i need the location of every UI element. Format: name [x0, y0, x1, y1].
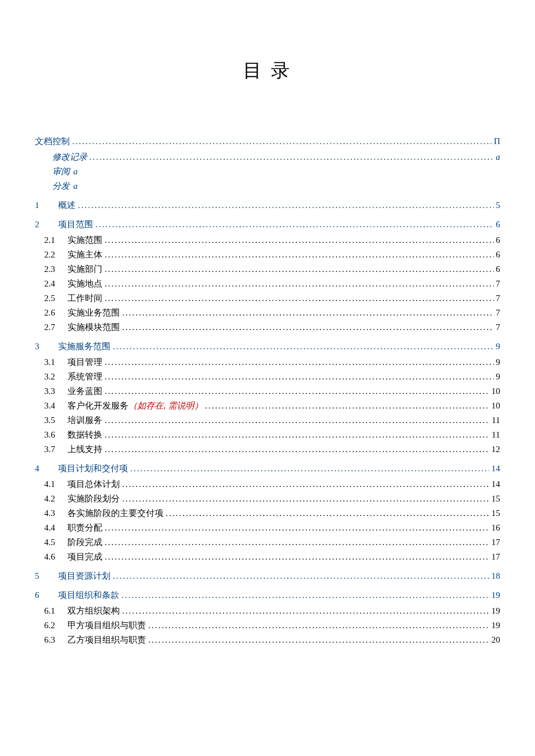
toc-page: a	[73, 167, 78, 177]
toc-entry[interactable]: 审阅a	[52, 166, 500, 177]
toc-leader-dots	[105, 264, 494, 274]
toc-entry[interactable]: 文档控制Π	[35, 136, 500, 147]
toc-leader-dots	[105, 279, 494, 289]
toc-label: 实施部门	[67, 264, 102, 275]
toc-label: 数据转换	[67, 429, 102, 440]
toc-label: 乙方项目组织与职责	[67, 635, 146, 646]
toc-leader-dots	[105, 523, 489, 533]
toc-leader-dots	[130, 464, 489, 474]
toc-label: 实施主体	[67, 249, 102, 260]
toc-entry[interactable]: 3.4客户化开发服务（如存在, 需说明）10	[44, 400, 500, 411]
toc-entry[interactable]: 3.1项目管理9	[44, 357, 500, 368]
toc-leader-dots	[105, 293, 494, 303]
toc-leader-dots	[113, 571, 489, 581]
toc-entry[interactable]: 3.7上线支持12	[44, 444, 500, 455]
toc-leader-dots	[122, 308, 494, 318]
toc-number: 4	[35, 464, 58, 474]
toc-label: 项目组织和条款	[58, 590, 119, 601]
toc-leader-dots	[105, 250, 494, 260]
toc-number: 6.1	[44, 606, 67, 616]
toc-entry[interactable]: 4.4职责分配16	[44, 522, 500, 533]
toc-label: 实施范围	[67, 235, 102, 246]
toc-label: 双方组织架构	[67, 605, 120, 617]
toc-entry[interactable]: 4.1项目总体计划14	[44, 479, 500, 490]
toc-entry[interactable]: 4.2实施阶段划分15	[44, 493, 500, 504]
toc-page: 5	[496, 200, 501, 210]
toc-page: 15	[491, 508, 500, 518]
toc-number: 2.3	[44, 264, 67, 274]
toc-page: 12	[491, 445, 500, 454]
toc-entry[interactable]: 2.3实施部门6	[44, 264, 500, 275]
toc-page: 7	[496, 308, 501, 318]
toc-leader-dots	[122, 590, 489, 600]
toc-leader-dots	[90, 152, 494, 162]
toc-entry[interactable]: 5项目资源计划18	[35, 571, 500, 582]
toc-entry[interactable]: 4项目计划和交付项14	[35, 463, 500, 474]
toc-entry[interactable]: 2.6实施业务范围7	[44, 307, 500, 318]
toc-label: 项目管理	[67, 357, 102, 368]
toc-entry[interactable]: 1概述5	[35, 200, 500, 211]
document-page: 目 录 文档控制Π修改记录a审阅a分发a1概述52项目范围62.1实施范围62.…	[0, 0, 535, 696]
toc-page: 20	[491, 635, 500, 645]
toc-page: 7	[496, 293, 501, 303]
toc-leader-dots	[105, 357, 494, 367]
toc-entry[interactable]: 6项目组织和条款19	[35, 590, 500, 601]
toc-label: 阶段完成	[67, 537, 102, 548]
toc-entry[interactable]: 2.4实施地点7	[44, 278, 500, 289]
toc-entry[interactable]: 4.3各实施阶段的主要交付项15	[44, 508, 500, 519]
toc-page: 18	[491, 571, 500, 581]
toc-entry[interactable]: 分发a	[52, 181, 500, 192]
toc-page: 6	[496, 220, 501, 230]
toc-entry[interactable]: 6.2甲方项目组织与职责19	[44, 620, 500, 631]
toc-page: 6	[496, 264, 501, 274]
toc-page: 14	[491, 464, 500, 474]
table-of-contents: 文档控制Π修改记录a审阅a分发a1概述52项目范围62.1实施范围62.2实施主…	[35, 136, 500, 646]
toc-entry[interactable]: 3.5培训服务11	[44, 415, 500, 426]
toc-entry[interactable]: 3.3业务蓝图10	[44, 386, 500, 397]
toc-entry[interactable]: 修改记录a	[52, 152, 500, 163]
toc-entry[interactable]: 2.5工作时间7	[44, 293, 500, 304]
toc-entry[interactable]: 6.1双方组织架构19	[44, 605, 500, 617]
toc-page: 19	[491, 590, 500, 600]
toc-entry[interactable]: 3.2系统管理9	[44, 371, 500, 382]
toc-number: 2.2	[44, 250, 67, 260]
toc-entry[interactable]: 3.6数据转换11	[44, 429, 500, 440]
toc-label: 实施模块范围	[67, 322, 120, 333]
toc-page: Π	[494, 137, 500, 146]
toc-leader-dots	[105, 372, 494, 382]
toc-entry[interactable]: 2.7实施模块范围7	[44, 322, 500, 333]
toc-label: 项目完成	[67, 551, 102, 562]
toc-label: 系统管理	[67, 371, 102, 382]
toc-number: 1	[35, 200, 58, 210]
toc-label: 项目范围	[58, 219, 93, 230]
toc-number: 3.4	[44, 401, 67, 411]
toc-number: 3.3	[44, 386, 67, 396]
toc-leader-dots	[148, 635, 489, 645]
toc-entry[interactable]: 4.5阶段完成17	[44, 537, 500, 548]
toc-label: 文档控制	[35, 136, 70, 147]
toc-number: 2.4	[44, 279, 67, 289]
toc-page: 10	[491, 401, 500, 411]
toc-page: 16	[491, 523, 500, 533]
toc-number: 2.7	[44, 323, 67, 332]
toc-label: 项目总体计划	[67, 479, 120, 490]
toc-entry[interactable]: 4.6项目完成17	[44, 551, 500, 562]
toc-leader-dots	[105, 415, 490, 425]
toc-label: 概述	[58, 200, 76, 211]
page-title: 目 录	[35, 58, 500, 84]
toc-page: 9	[496, 372, 501, 382]
toc-number: 3.5	[44, 415, 67, 425]
toc-number: 2.1	[44, 235, 67, 245]
toc-entry[interactable]: 2.2实施主体6	[44, 249, 500, 260]
toc-label: 客户化开发服务（如存在, 需说明）	[67, 400, 203, 411]
toc-leader-dots	[166, 508, 489, 518]
toc-entry[interactable]: 6.3乙方项目组织与职责20	[44, 635, 500, 646]
toc-entry[interactable]: 3实施服务范围9	[35, 341, 500, 352]
toc-entry[interactable]: 2.1实施范围6	[44, 235, 500, 246]
toc-number: 2.6	[44, 308, 67, 318]
toc-number: 3.2	[44, 372, 67, 382]
toc-leader-dots	[105, 552, 489, 562]
toc-number: 5	[35, 571, 58, 581]
toc-page: 10	[491, 386, 500, 396]
toc-entry[interactable]: 2项目范围6	[35, 219, 500, 230]
